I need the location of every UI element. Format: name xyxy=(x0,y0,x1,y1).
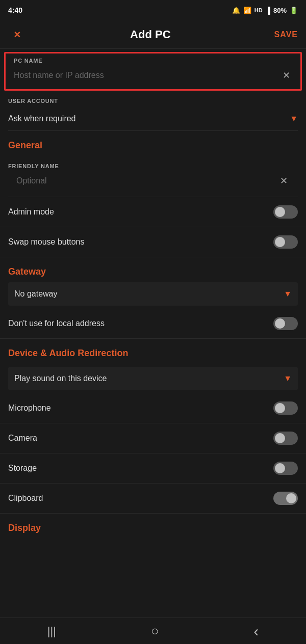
user-account-value: Ask when required xyxy=(8,114,76,123)
storage-track xyxy=(273,462,298,475)
audio-arrow-icon: ▼ xyxy=(284,374,292,383)
gateway-value: No gateway xyxy=(14,289,58,299)
storage-thumb xyxy=(275,463,285,473)
pc-name-input-row: ✕ xyxy=(14,67,292,84)
close-button[interactable]: × xyxy=(8,25,27,44)
pc-name-section: PC NAME ✕ xyxy=(4,52,302,91)
battery-percent: 80% xyxy=(273,7,287,14)
gateway-arrow-icon: ▼ xyxy=(284,289,292,299)
friendly-name-input[interactable] xyxy=(16,172,278,190)
friendly-name-section: FRIENDLY NAME ✕ xyxy=(0,156,306,197)
camera-toggle[interactable] xyxy=(273,432,298,445)
camera-label: Camera xyxy=(8,434,37,443)
swap-mouse-thumb xyxy=(275,237,285,247)
admin-mode-row: Admin mode xyxy=(0,197,306,227)
nav-home-button[interactable]: ○ xyxy=(139,618,171,644)
device-audio-section-header: Device & Audio Redirection xyxy=(0,339,306,364)
nav-back-button[interactable]: ‹ xyxy=(241,618,271,645)
friendly-name-row: ✕ xyxy=(8,172,298,197)
audio-value: Play sound on this device xyxy=(14,374,107,383)
camera-thumb xyxy=(275,433,285,443)
status-icons: 🔔 📶 HD ▐ 80% 🔋 xyxy=(232,7,298,14)
microphone-row: Microphone xyxy=(0,393,306,423)
pc-name-label: PC NAME xyxy=(14,53,292,67)
page-title: Add PC xyxy=(130,28,170,41)
local-address-toggle[interactable] xyxy=(273,317,298,330)
storage-row: Storage xyxy=(0,453,306,484)
pc-name-clear-icon[interactable]: ✕ xyxy=(280,68,292,83)
admin-mode-thumb xyxy=(275,207,285,217)
gateway-section-header: Gateway xyxy=(0,257,306,282)
wifi-icon: 📶 xyxy=(243,7,251,14)
local-address-label: Don't use for local address xyxy=(8,319,105,328)
storage-toggle[interactable] xyxy=(273,462,298,475)
storage-label: Storage xyxy=(8,464,37,473)
user-account-arrow-icon: ▼ xyxy=(290,114,298,123)
admin-mode-label: Admin mode xyxy=(8,207,54,217)
swap-mouse-track xyxy=(273,235,298,249)
swap-mouse-toggle[interactable] xyxy=(273,235,298,249)
clipboard-toggle[interactable] xyxy=(273,492,298,505)
app-bar: × Add PC SAVE xyxy=(0,20,306,49)
save-button[interactable]: SAVE xyxy=(274,30,298,39)
general-section-header: General xyxy=(0,131,306,156)
clipboard-track xyxy=(273,492,298,505)
clipboard-row: Clipboard xyxy=(0,484,306,514)
clipboard-thumb xyxy=(286,493,296,503)
signal-icon: ▐ xyxy=(266,7,270,14)
pc-name-input[interactable] xyxy=(14,67,280,84)
admin-mode-toggle[interactable] xyxy=(273,205,298,219)
status-time: 4:40 xyxy=(8,6,22,14)
swap-mouse-label: Swap mouse buttons xyxy=(8,237,84,247)
camera-track xyxy=(273,432,298,445)
clipboard-label: Clipboard xyxy=(8,494,43,503)
content: PC NAME ✕ USER ACCOUNT Ask when required… xyxy=(0,52,306,600)
local-address-row: Don't use for local address xyxy=(0,309,306,339)
user-account-section: USER ACCOUNT Ask when required ▼ xyxy=(0,91,306,131)
battery-icon: 🔋 xyxy=(290,7,298,14)
display-section-header: Display xyxy=(0,514,306,539)
camera-row: Camera xyxy=(0,423,306,453)
local-address-thumb xyxy=(275,318,285,329)
microphone-toggle[interactable] xyxy=(273,401,298,415)
microphone-track xyxy=(273,401,298,415)
admin-mode-track xyxy=(273,205,298,219)
local-address-track xyxy=(273,317,298,330)
swap-mouse-row: Swap mouse buttons xyxy=(0,227,306,257)
friendly-name-clear-icon[interactable]: ✕ xyxy=(278,173,290,189)
hd-icon: HD xyxy=(254,7,263,13)
nav-menu-button[interactable]: ||| xyxy=(35,620,68,643)
gateway-dropdown[interactable]: No gateway ▼ xyxy=(8,282,298,306)
alarm-icon: 🔔 xyxy=(232,7,240,14)
user-account-label: USER ACCOUNT xyxy=(8,91,298,107)
audio-dropdown[interactable]: Play sound on this device ▼ xyxy=(8,367,298,390)
bottom-nav: ||| ○ ‹ xyxy=(0,618,306,644)
user-account-dropdown[interactable]: Ask when required ▼ xyxy=(8,107,298,131)
microphone-label: Microphone xyxy=(8,404,51,413)
friendly-name-label: FRIENDLY NAME xyxy=(8,156,298,172)
status-bar: 4:40 🔔 📶 HD ▐ 80% 🔋 xyxy=(0,0,306,20)
microphone-thumb xyxy=(275,403,285,413)
